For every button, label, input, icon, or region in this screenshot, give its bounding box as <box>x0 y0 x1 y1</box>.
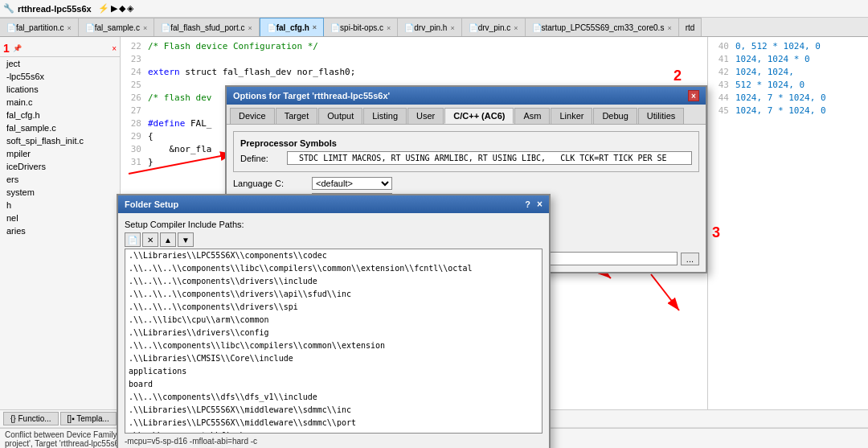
right-line-5: 44 1024, 7 * 1024, 0 <box>711 92 865 105</box>
folder-list-item-14[interactable]: .\\..\\components\\finsh <box>125 430 542 434</box>
folder-body: Setup Compiler Include Paths: 📄 ✕ ▲ ▼ .\… <box>118 213 549 448</box>
tab-drv-pin-h[interactable]: 📄 drv_pin.h × <box>398 18 461 37</box>
folder-list-item-2[interactable]: .\\..\\..\\components\\drivers\\include <box>125 275 542 288</box>
sidebar: 1 📌 × ject -lpc55s6x lications main.c fa… <box>0 37 121 409</box>
app-icon: 🔧 <box>3 3 14 14</box>
sidebar-item-8[interactable]: iceDrivers <box>0 160 120 173</box>
bottom-tab-0[interactable]: {} Functio... <box>3 412 59 425</box>
tab-close-5[interactable]: × <box>450 24 454 32</box>
tab-close-1[interactable]: × <box>143 24 147 32</box>
folder-toolbar: 📄 ✕ ▲ ▼ <box>125 232 542 247</box>
sidebar-label: 1 <box>3 42 10 55</box>
folder-list-item-13[interactable]: .\\Libraries\\LPC55S6X\\middleware\\sdmm… <box>125 417 542 430</box>
preprocessor-title: Preprocessor Symbols <box>240 138 692 148</box>
folder-list[interactable]: .\\Libraries\\LPC55S6X\\components\\code… <box>125 249 542 434</box>
sidebar-item-10[interactable]: system <box>0 186 120 199</box>
folder-list-item-9[interactable]: applications <box>125 365 542 378</box>
options-dialog-tabs: Device Target Output Listing User C/C++ … <box>227 105 706 125</box>
folder-list-item-8[interactable]: .\\Libraries\\CMSIS\\Core\\include <box>125 352 542 365</box>
sidebar-item-3[interactable]: main.c <box>0 96 120 109</box>
misc-browse-btn[interactable]: ... <box>681 253 699 265</box>
right-code-panel: 40 0, 512 * 1024, 0 41 1024, 1024 * 0 42… <box>707 37 868 409</box>
folder-new-btn[interactable]: 📄 <box>125 232 141 247</box>
tab-fal-sample[interactable]: 📄 fal_sample.c × <box>79 18 154 37</box>
sidebar-item-5[interactable]: fal_sample.c <box>0 121 120 134</box>
tab-bar: 📄 fal_partition.c × 📄 fal_sample.c × 📄 f… <box>0 18 868 37</box>
sidebar-item-6[interactable]: soft_spi_flash_init.c <box>0 134 120 147</box>
lang-c-select[interactable]: <default> <box>312 177 392 190</box>
tab-rtd[interactable]: rtd <box>679 18 702 37</box>
lang-c-label: Language C: <box>233 179 305 188</box>
tab-drv-pin-c[interactable]: 📄 drv_pin.c × <box>462 18 526 37</box>
bottom-tab-1[interactable]: []▪ Templa... <box>60 412 117 425</box>
toolbar-icon-1[interactable]: ⚡ <box>98 3 109 14</box>
preprocessor-section: Preprocessor Symbols Define: <box>233 131 699 172</box>
sidebar-item-0[interactable]: ject <box>0 57 120 70</box>
folder-close-btn[interactable]: × <box>537 199 542 210</box>
right-line-3: 42 1024, 1024, <box>711 66 865 79</box>
tab-close-4[interactable]: × <box>387 24 391 32</box>
options-tab-listing[interactable]: Listing <box>363 108 407 124</box>
sidebar-close-btn[interactable]: × <box>112 44 117 53</box>
folder-list-item-12[interactable]: .\\Libraries\\LPC55S6X\\middleware\\sdmm… <box>125 404 542 417</box>
sidebar-item-2[interactable]: lications <box>0 83 120 96</box>
sidebar-item-13[interactable]: aries <box>0 224 120 237</box>
tab-close-7[interactable]: × <box>667 24 671 32</box>
folder-up-btn[interactable]: ▲ <box>160 232 176 247</box>
options-tab-linker[interactable]: Linker <box>551 108 592 124</box>
folder-list-item-6[interactable]: .\\Libraries\\drivers\\config <box>125 327 542 339</box>
tab-spi-bit-ops[interactable]: 📄 spi-bit-ops.c × <box>324 18 398 37</box>
options-tab-device[interactable]: Device <box>230 108 275 124</box>
folder-list-item-0[interactable]: .\\Libraries\\LPC55S6X\\components\\code… <box>125 249 542 262</box>
folder-list-item-10[interactable]: board <box>125 378 542 391</box>
toolbar-icon-2[interactable]: ▶ <box>111 3 117 14</box>
code-line-24: 24 extern struct fal_flash_dev nor_flash… <box>124 66 704 79</box>
folder-title: Folder Setup <box>125 199 178 209</box>
define-row: Define: <box>240 151 692 165</box>
folder-list-item-1[interactable]: .\\..\\..\\components\\libc\\compilers\\… <box>125 262 542 275</box>
sidebar-item-11[interactable]: h <box>0 199 120 212</box>
tab-fal-partition[interactable]: 📄 fal_partition.c × <box>0 18 79 37</box>
define-label: Define: <box>240 154 280 163</box>
options-tab-debug[interactable]: Debug <box>593 108 637 124</box>
sidebar-pin-btn[interactable]: 📌 <box>13 44 22 52</box>
sidebar-item-12[interactable]: nel <box>0 212 120 224</box>
options-tab-utilities[interactable]: Utilities <box>638 108 684 124</box>
options-tab-user[interactable]: User <box>407 108 444 124</box>
tab-close-6[interactable]: × <box>514 24 518 32</box>
folder-dialog: Folder Setup ? × Setup Compiler Include … <box>117 194 551 448</box>
tab-close-3[interactable]: × <box>313 23 317 31</box>
tab-fal-cfg-h[interactable]: 📄 fal_cfg.h × <box>260 18 324 37</box>
sidebar-item-7[interactable]: mpiler <box>0 147 120 160</box>
top-bar: 🔧 rtthread-lpc55s6x ⚡ ▶ ◆ ◈ <box>0 0 868 18</box>
options-dialog-close[interactable]: × <box>688 90 699 101</box>
tab-close-0[interactable]: × <box>67 24 71 32</box>
folder-list-item-4[interactable]: .\\..\\..\\components\\drivers\\spi <box>125 301 542 314</box>
folder-question-icon[interactable]: ? <box>525 199 530 209</box>
define-input[interactable] <box>287 151 692 165</box>
folder-list-item-7[interactable]: .\\..\\components\\libc\\compilers\\comm… <box>125 339 542 352</box>
annotation-2: 2 <box>674 68 682 84</box>
sidebar-item-1[interactable]: -lpc55s6x <box>0 70 120 83</box>
options-tab-target[interactable]: Target <box>276 108 318 124</box>
folder-list-item-11[interactable]: .\\..\\components\\dfs\\dfs_v1\\include <box>125 391 542 404</box>
options-tab-cc[interactable]: C/C++ (AC6) <box>444 108 514 124</box>
sidebar-item-9[interactable]: ers <box>0 173 120 186</box>
tab-close-2[interactable]: × <box>248 24 252 32</box>
folder-down-btn[interactable]: ▼ <box>178 232 194 247</box>
folder-list-item-5[interactable]: .\\..\\libc\\cpu\\arm\\common <box>125 314 542 327</box>
annotation-3: 3 <box>712 224 720 241</box>
right-line-2: 41 1024, 1024 * 0 <box>711 53 865 66</box>
options-tab-output[interactable]: Output <box>318 108 362 124</box>
toolbar-icon-4[interactable]: ◈ <box>127 3 133 14</box>
folder-titlebar: Folder Setup ? × <box>118 195 549 213</box>
sidebar-item-4[interactable]: fal_cfg.h <box>0 109 120 121</box>
code-line-23: 23 <box>124 53 704 66</box>
toolbar-icon-3[interactable]: ◆ <box>119 3 125 14</box>
tab-startup[interactable]: 📄 startup_LPC55S69_cm33_core0.s × <box>526 18 679 37</box>
options-dialog-titlebar: Options for Target 'rtthread-lpc55s6x' × <box>227 87 706 105</box>
folder-list-item-3[interactable]: .\\..\\..\\components\\drivers\\api\\sfu… <box>125 288 542 301</box>
folder-delete-btn[interactable]: ✕ <box>142 232 158 247</box>
options-tab-asm[interactable]: Asm <box>514 108 550 124</box>
tab-fal-flash-sfud[interactable]: 📄 fal_flash_sfud_port.c × <box>154 18 260 37</box>
